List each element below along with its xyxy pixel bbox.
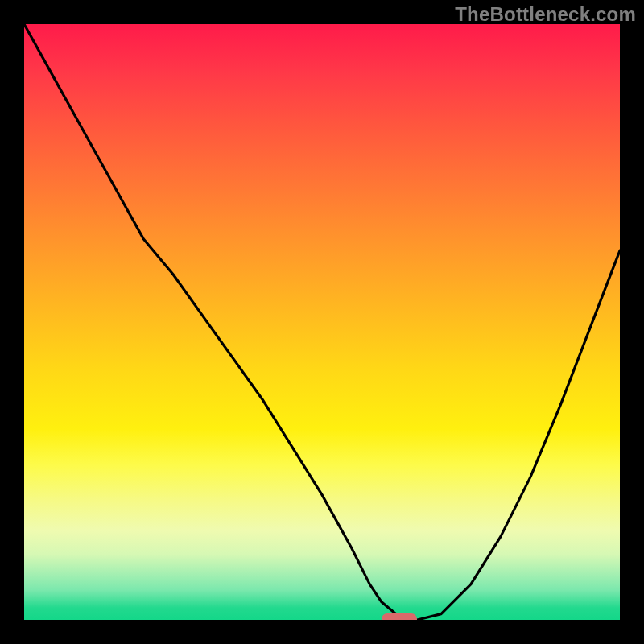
- chart-frame: TheBottleneck.com: [0, 0, 644, 644]
- curve-path: [24, 24, 620, 620]
- watermark-text: TheBottleneck.com: [455, 3, 636, 26]
- bottleneck-curve: [24, 24, 620, 620]
- plot-area: [24, 24, 620, 620]
- optimum-marker: [382, 613, 417, 620]
